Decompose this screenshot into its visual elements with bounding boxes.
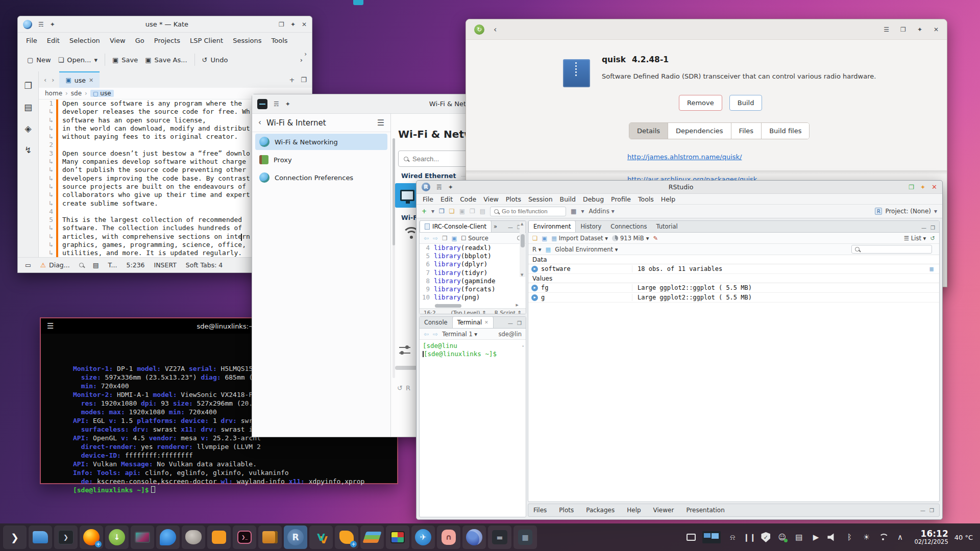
popout-icon[interactable]: ❐ — [442, 235, 447, 242]
bluetooth-icon[interactable]: ᛒ — [844, 532, 854, 542]
split-view-icon[interactable]: ❐ — [301, 76, 307, 84]
keep-above-icon[interactable]: ☴ — [38, 21, 44, 28]
keep-above-icon[interactable]: ☴ — [274, 101, 279, 107]
notifications-bell-icon[interactable]: ⍾ — [727, 532, 738, 542]
menu-item[interactable]: Selection — [69, 37, 100, 44]
back-icon[interactable]: ⇦ — [424, 235, 429, 242]
pin-icon[interactable]: ✦ — [917, 27, 922, 33]
symbols-outline-icon[interactable]: ▤ — [24, 102, 32, 112]
close-icon[interactable]: ✕ — [302, 21, 307, 28]
gimp[interactable] — [182, 525, 205, 549]
save-icon[interactable]: ▣ — [542, 235, 547, 242]
temperature-widget[interactable]: 40 °C — [954, 534, 973, 541]
build-button[interactable]: Build — [729, 95, 763, 111]
media-player-icon[interactable]: ▶ — [811, 532, 821, 542]
back-icon[interactable]: ‹ — [258, 119, 261, 127]
terminal-selector[interactable]: Terminal 1 ▾ — [442, 331, 477, 338]
tab-use[interactable]: ▣ use ✕ — [59, 71, 100, 88]
back-icon[interactable]: ⇦ — [424, 331, 429, 338]
file-type-selector[interactable]: R Script ⇕ — [495, 310, 522, 314]
search-icon[interactable] — [79, 263, 84, 267]
memory-usage-button[interactable]: 913 MiB ▾ — [612, 235, 649, 242]
menu-item[interactable]: Code — [460, 195, 476, 203]
calculator[interactable]: ▦ — [513, 525, 537, 549]
package-tab[interactable]: Build files — [762, 123, 809, 139]
open-button[interactable]: ❏Open...▾ — [58, 56, 97, 64]
expand-icon[interactable]: ▶ — [531, 285, 538, 291]
maximize-panel-icon[interactable]: ❐ — [929, 508, 934, 513]
git-icon[interactable]: ◈ — [24, 123, 31, 134]
tab-forward-icon[interactable]: › — [52, 76, 54, 84]
list-icon[interactable]: ▤ — [93, 261, 99, 269]
software-updater[interactable]: ↓ — [105, 525, 129, 549]
expand-tray-icon[interactable]: ∧ — [895, 532, 905, 542]
homepage-link[interactable]: http://james.ahlstrom.name/quisk/ — [627, 153, 742, 161]
menu-item[interactable]: Profile — [611, 195, 631, 203]
environment-search-input[interactable] — [862, 246, 928, 253]
virtual-desktop-pager[interactable] — [702, 531, 721, 543]
forward-icon[interactable]: ⇨ — [433, 331, 438, 338]
volume-icon[interactable] — [827, 533, 838, 542]
open-file-icon[interactable]: ❏ — [449, 208, 455, 215]
screen-tool[interactable] — [131, 525, 154, 549]
sidebar-item[interactable]: Wi-Fi & Networking — [255, 134, 387, 150]
menu-item[interactable]: View — [110, 37, 126, 44]
menu-item[interactable]: Session — [528, 195, 553, 203]
terminal-toggle[interactable]: T... — [108, 261, 117, 269]
open-icon[interactable]: ❏ — [532, 235, 537, 242]
close-icon[interactable]: ✕ — [932, 184, 937, 190]
environment-row[interactable]: ▶ software 18 obs. of 11 variables ▦ — [528, 264, 939, 274]
comment-icon[interactable]: ▭ — [25, 261, 31, 269]
minimize-panel-icon[interactable]: — — [920, 508, 925, 513]
panel-tab[interactable]: Packages — [586, 507, 615, 514]
kate-titlebar[interactable]: ☴ ✦ use * — Kate ❐ ✦ ✕ — [18, 16, 312, 33]
vertical-scrollbar[interactable] — [520, 222, 525, 277]
save-icon[interactable]: ▣ — [451, 235, 457, 242]
close-icon[interactable]: ✕ — [934, 27, 939, 33]
documents-icon[interactable]: ❐ — [24, 81, 32, 91]
show-desktop[interactable] — [687, 534, 696, 541]
menubar-overflow-icon[interactable]: › — [304, 51, 307, 57]
blue-plane-app[interactable]: ✈ — [411, 525, 435, 549]
package-tab[interactable]: Dependencies — [668, 123, 731, 139]
close-tab-icon[interactable]: ✕ — [484, 320, 488, 325]
rstudio-titlebar[interactable]: R ☴ ✦ RStudio ❐ ✦ ✕ — [416, 181, 942, 194]
maximize-panel-icon[interactable]: ❐ — [517, 320, 522, 326]
view-mode-selector[interactable]: ☰ List ▾ — [904, 235, 926, 242]
menu-item[interactable]: Tools — [272, 37, 288, 44]
butterfly-app[interactable]: + — [335, 525, 358, 549]
panel-tab[interactable]: Presentation — [686, 507, 724, 514]
env-tab[interactable]: Environment — [528, 220, 576, 232]
menu-item[interactable]: File — [423, 195, 433, 203]
menu-item[interactable]: Edit — [440, 195, 453, 203]
new-tab-icon[interactable]: + — [289, 76, 295, 84]
toolbar-overflow-icon[interactable]: › — [300, 56, 303, 64]
menu-icon[interactable]: ☰ — [884, 27, 889, 33]
menu-item[interactable]: LSP Client — [190, 37, 223, 44]
menu-item[interactable]: View — [483, 195, 499, 203]
layers-app[interactable] — [360, 525, 384, 549]
sidebar-item[interactable]: Connection Preferences — [255, 169, 387, 186]
tab-terminal[interactable]: Terminal✕ — [452, 316, 494, 328]
env-tab[interactable]: Connections — [606, 221, 651, 232]
new-button[interactable]: ▢New — [27, 56, 51, 64]
pink-a-app[interactable]: ∩ — [437, 525, 460, 549]
maximize-icon[interactable]: ❐ — [900, 27, 906, 33]
breadcrumb-sde[interactable]: sde — [71, 90, 82, 97]
print-icon[interactable]: ▤ — [480, 208, 485, 215]
clear-objects-icon[interactable]: ✎ — [653, 235, 658, 242]
scope-selector[interactable]: (Top Level) ⇕ — [451, 310, 486, 314]
expand-icon[interactable]: ▶ — [531, 266, 538, 272]
pin-icon[interactable]: ✦ — [290, 21, 296, 28]
language-selector[interactable]: R ▾ — [532, 246, 541, 253]
image-tool[interactable] — [386, 525, 409, 549]
file-manager-dolphin[interactable] — [29, 525, 52, 549]
minimize-panel-icon[interactable]: — — [921, 225, 926, 231]
clipboard-icon[interactable]: ▤ — [794, 532, 804, 542]
environment-selector[interactable]: Global Environment ▾ — [555, 246, 618, 253]
scrollbar[interactable] — [393, 138, 395, 378]
minimize-panel-icon[interactable]: — — [508, 224, 513, 230]
audio-mixer[interactable]: = — [488, 525, 511, 549]
app-launcher[interactable]: ❯ — [3, 525, 27, 549]
minimize-panel-icon[interactable]: — — [508, 320, 513, 326]
